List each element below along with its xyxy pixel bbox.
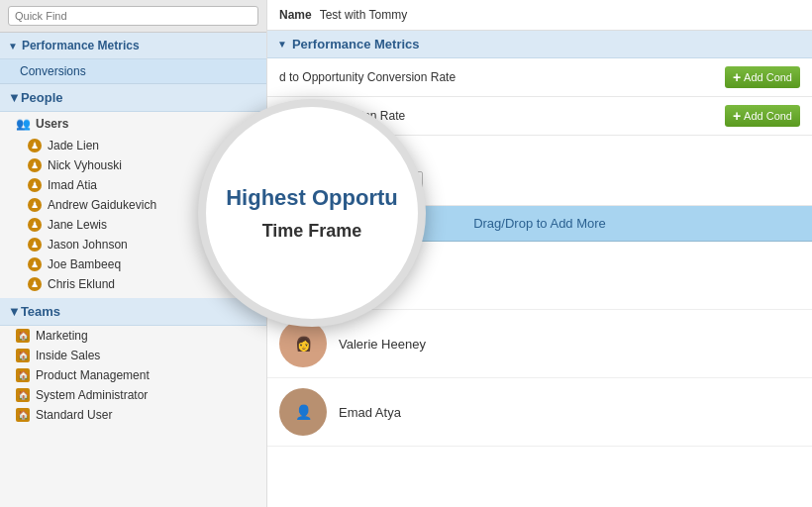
- main-perf-arrow: ▼: [277, 39, 287, 50]
- main-perf-label: Performance Metrics: [292, 37, 420, 51]
- magnifier-content: Highest Opportu Time Frame: [216, 175, 408, 252]
- magnifier-title: Highest Opportu: [226, 185, 398, 211]
- metric-row-1: d to Opportunity Conversion Rate Add Con…: [267, 58, 812, 97]
- name-label: Name: [279, 8, 312, 22]
- list-item[interactable]: Standard User: [0, 405, 266, 425]
- person-name-emad: Emad Atya: [339, 405, 401, 420]
- performance-metrics-section: ▼ Performance Metrics Conversions: [0, 33, 266, 84]
- main-perf-metrics-header[interactable]: ▼ Performance Metrics: [267, 31, 812, 58]
- user-icon: [28, 139, 42, 152]
- user-name: Jason Johnson: [48, 238, 128, 252]
- team-name: Inside Sales: [36, 349, 100, 362]
- avatar-emad: 👤: [279, 388, 327, 436]
- user-icon: [28, 158, 42, 172]
- list-item[interactable]: Product Management: [0, 365, 266, 385]
- list-item[interactable]: Marketing: [0, 326, 266, 346]
- user-name: Imad Atia: [48, 178, 97, 192]
- person-name-valerie: Valerie Heeney: [339, 337, 426, 352]
- team-icon: [16, 388, 30, 402]
- teams-header[interactable]: ▼ Teams: [0, 298, 266, 326]
- team-name: System Administrator: [36, 388, 148, 402]
- user-icon: [28, 238, 42, 252]
- user-name: Jade Lien: [48, 139, 99, 152]
- quick-find-input[interactable]: [8, 6, 258, 26]
- user-icon: [28, 277, 42, 291]
- user-icon: [28, 178, 42, 192]
- teams-arrow: ▼: [8, 304, 21, 319]
- user-icon: [28, 257, 42, 271]
- team-icon: [16, 349, 30, 362]
- user-name: Nick Vyhouski: [48, 158, 122, 172]
- team-icon: [16, 329, 30, 343]
- user-icon: [28, 198, 42, 212]
- person-row-emad: 👤 Emad Atya: [267, 378, 812, 447]
- metric-label-1: d to Opportunity Conversion Rate: [279, 70, 725, 84]
- team-icon: [16, 408, 30, 422]
- team-icon: [16, 368, 30, 382]
- people-arrow: ▼: [8, 90, 21, 105]
- team-name: Marketing: [36, 329, 88, 343]
- users-text: Users: [36, 117, 68, 131]
- user-name: Chris Eklund: [48, 277, 115, 291]
- list-item[interactable]: Inside Sales: [0, 346, 266, 365]
- users-label: 👥 Users: [0, 112, 266, 136]
- team-list: Marketing Inside Sales Product Managemen…: [0, 326, 266, 425]
- list-item[interactable]: System Administrator: [0, 385, 266, 405]
- performance-metrics-label: Performance Metrics: [22, 39, 140, 52]
- name-value: Test with Tommy: [320, 8, 407, 22]
- user-name: Joe Bambeeq: [48, 257, 121, 271]
- teams-label: Teams: [21, 304, 60, 319]
- add-cond-button-1[interactable]: Add Cond: [725, 66, 800, 88]
- add-cond-button-2[interactable]: Add Cond: [725, 105, 800, 127]
- user-name: Andrew Gaidukevich: [48, 198, 156, 212]
- user-name: Jane Lewis: [48, 218, 107, 232]
- name-row: Name Test with Tommy: [267, 0, 812, 31]
- performance-metrics-arrow: ▼: [8, 41, 18, 51]
- performance-metrics-header[interactable]: ▼ Performance Metrics: [0, 33, 266, 59]
- magnifier-overlay: Highest Opportu Time Frame: [198, 99, 426, 327]
- magnifier-subtitle: Time Frame: [226, 221, 398, 242]
- avatar-valerie: 👩: [279, 320, 327, 367]
- team-name: Standard User: [36, 408, 112, 422]
- people-label: People: [21, 90, 63, 105]
- conversions-item[interactable]: Conversions: [0, 59, 266, 84]
- people-header[interactable]: ▼ People: [0, 84, 266, 112]
- teams-section: ▼ Teams Marketing Inside Sales Product M…: [0, 298, 266, 425]
- user-icon: [28, 218, 42, 232]
- users-icon: 👥: [16, 117, 31, 131]
- quick-find-bar: [0, 0, 266, 33]
- team-name: Product Management: [36, 368, 150, 382]
